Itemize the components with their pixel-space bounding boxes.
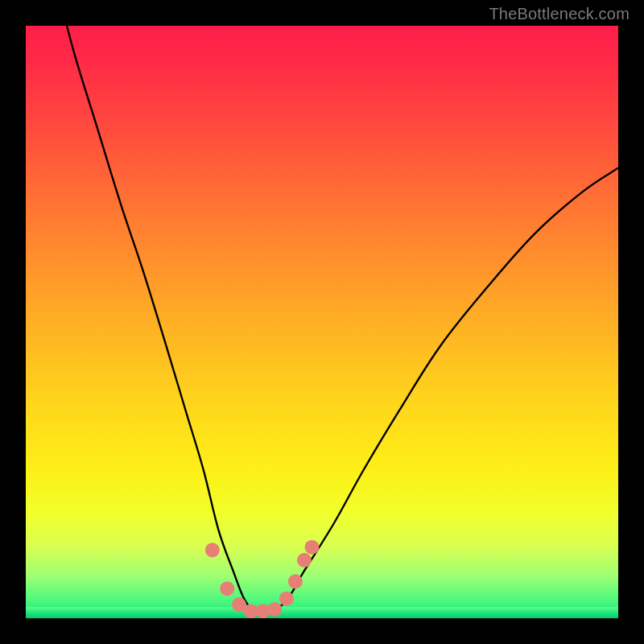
bottleneck-curve-path (56, 26, 618, 614)
chart-frame: TheBottleneck.com (0, 0, 644, 644)
watermark-text: TheBottleneck.com (489, 5, 630, 23)
curve-marker (288, 574, 303, 588)
curve-marker (279, 592, 294, 606)
curve-marker (304, 540, 319, 555)
curve-markers-group (205, 540, 320, 618)
curve-marker (297, 553, 312, 568)
curve-marker (267, 602, 282, 617)
curve-marker (220, 581, 234, 596)
curve-marker (205, 543, 220, 557)
plot-area (26, 26, 618, 618)
bottleneck-curve-svg (26, 26, 618, 618)
